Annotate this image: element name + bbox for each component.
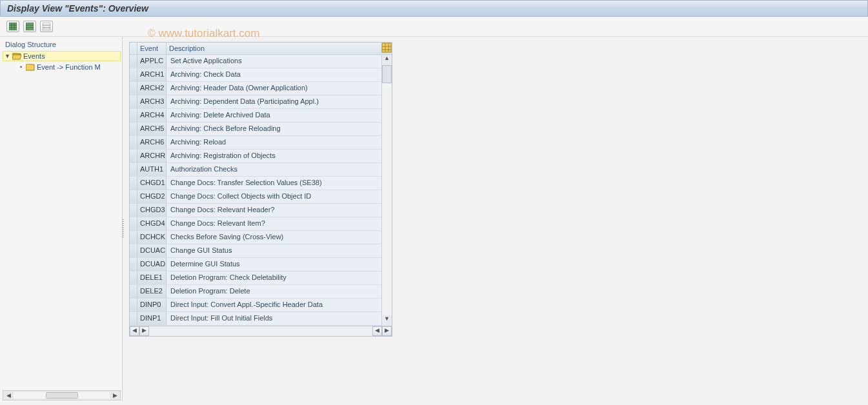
cell-event: ARCH5 [137, 123, 167, 135]
table-row[interactable]: AUTH1Authorization Checks [130, 163, 381, 177]
row-selector[interactable] [130, 109, 137, 122]
svg-rect-8 [43, 23, 50, 30]
table-icon [43, 23, 50, 30]
cell-description: Direct Input: Fill Out Initial Fields [167, 312, 381, 325]
table-row[interactable]: ARCH3Archiving: Dependent Data (Particip… [130, 95, 381, 109]
table-row[interactable]: ARCH4Archiving: Delete Archived Data [130, 109, 381, 123]
cell-event: ARCHR [137, 150, 167, 163]
cell-description: Direct Input: Convert Appl.-Specific Hea… [167, 299, 381, 311]
cell-description: Change Docs: Collect Objects with Object… [167, 190, 381, 203]
row-selector[interactable] [130, 136, 137, 149]
table-row[interactable]: DINP0Direct Input: Convert Appl.-Specifi… [130, 299, 381, 312]
cell-description: Archiving: Header Data (Owner Applicatio… [167, 82, 381, 95]
row-selector[interactable] [130, 299, 137, 311]
table-row[interactable]: ARCHRArchiving: Registration of Objects [130, 150, 381, 163]
column-header-event[interactable]: Event [137, 43, 167, 54]
table-row[interactable]: DCUADDetermine GUI Status [130, 258, 381, 272]
cell-description: Change Docs: Relevant Header? [167, 204, 381, 217]
table-row[interactable]: ARCH5Archiving: Check Before Reloading [130, 123, 381, 136]
cell-description: Change Docs: Transfer Selection Values (… [167, 177, 381, 190]
row-selector[interactable] [130, 258, 137, 271]
row-selector[interactable] [130, 123, 137, 135]
scroll-thumb[interactable] [382, 65, 392, 83]
toolbar-btn-1[interactable] [6, 21, 19, 32]
cell-description: Archiving: Dependent Data (Participating… [167, 95, 381, 108]
table-row[interactable]: DCHCKChecks Before Saving (Cross-View) [130, 231, 381, 244]
cell-event: APPLC [137, 55, 167, 68]
scroll-right-icon[interactable]: ▶ [139, 326, 149, 336]
row-selector[interactable] [130, 272, 137, 284]
tree-node-events[interactable]: ▼ Events [3, 51, 121, 61]
vertical-scrollbar[interactable]: ▲ ▼ [381, 55, 392, 326]
row-selector[interactable] [130, 217, 137, 230]
row-selector[interactable] [130, 312, 137, 325]
table-settings-button[interactable] [381, 43, 392, 53]
column-header-description-label: Description [169, 44, 205, 52]
cell-event: DINP1 [137, 312, 167, 325]
table-row[interactable]: APPLCSet Active Applications [130, 55, 381, 68]
toolbar-btn-2[interactable] [23, 21, 36, 32]
scroll-thumb[interactable] [46, 392, 78, 399]
scroll-right-icon[interactable]: ▶ [382, 326, 392, 336]
events-table: Event Description APPLCSet Active Applic… [129, 42, 392, 337]
table-row[interactable]: CHGD4Change Docs: Relevant Item? [130, 217, 381, 231]
table-row[interactable]: ARCH2Archiving: Header Data (Owner Appli… [130, 82, 381, 95]
row-selector[interactable] [130, 82, 137, 95]
row-selector[interactable] [130, 55, 137, 68]
table-row[interactable]: DCUACChange GUI Status [130, 244, 381, 258]
cell-event: CHGD2 [137, 190, 167, 203]
cell-description: Change Docs: Relevant Item? [167, 217, 381, 230]
cell-description: Archiving: Reload [167, 136, 381, 149]
cell-event: ARCH2 [137, 82, 167, 95]
tree-node-event-function[interactable]: • Event -> Function M [17, 63, 121, 72]
cell-description: Archiving: Check Before Reloading [167, 123, 381, 135]
table-row[interactable]: CHGD3Change Docs: Relevant Header? [130, 204, 381, 217]
svg-rect-5 [26, 23, 34, 30]
row-selector[interactable] [130, 177, 137, 190]
scroll-left-icon[interactable]: ◀ [130, 326, 139, 336]
expand-icon[interactable]: ▼ [5, 53, 10, 59]
row-selector[interactable] [130, 163, 137, 176]
cell-description: Authorization Checks [167, 163, 381, 176]
folder-icon [26, 64, 35, 71]
table-settings-icon [381, 43, 392, 53]
table-row[interactable]: ARCH1Archiving: Check Data [130, 68, 381, 82]
row-selector[interactable] [130, 190, 137, 203]
row-selector[interactable] [130, 95, 137, 108]
table-row[interactable]: ARCH6Archiving: Reload [130, 136, 381, 150]
row-selector[interactable] [130, 231, 137, 244]
table-row[interactable]: DELE1Deletion Program: Check Deletabilit… [130, 272, 381, 285]
svg-rect-11 [382, 43, 391, 52]
tree-label: Event -> Function M [37, 63, 101, 71]
scroll-down-icon[interactable]: ▼ [382, 315, 392, 326]
table-row[interactable]: CHGD1Change Docs: Transfer Selection Val… [130, 177, 381, 190]
row-selector[interactable] [130, 68, 137, 81]
scroll-right-icon[interactable]: ▶ [110, 392, 120, 399]
scroll-track[interactable] [382, 83, 392, 315]
select-all-column[interactable] [130, 43, 137, 54]
table-row[interactable]: CHGD2Change Docs: Collect Objects with O… [130, 190, 381, 204]
cell-event: DCUAD [137, 258, 167, 271]
leaf-bullet-icon: • [18, 64, 24, 70]
sidebar: Dialog Structure ▼ Events • Event -> Fun… [0, 37, 123, 402]
toolbar [0, 17, 868, 37]
scroll-left-icon[interactable]: ◀ [372, 326, 382, 336]
table-row[interactable]: DELE2Deletion Program: Delete [130, 285, 381, 299]
table-row[interactable]: DINP1Direct Input: Fill Out Initial Fiel… [130, 312, 381, 326]
scroll-left-icon[interactable]: ◀ [3, 392, 14, 399]
cell-event: DCHCK [137, 231, 167, 244]
toolbar-btn-3[interactable] [40, 21, 53, 32]
row-selector[interactable] [130, 244, 137, 257]
sidebar-horizontal-scrollbar[interactable]: ◀ ▶ [3, 390, 121, 400]
scroll-up-icon[interactable]: ▲ [382, 55, 392, 65]
column-header-description[interactable]: Description [167, 43, 381, 54]
row-selector[interactable] [130, 150, 137, 163]
row-selector[interactable] [130, 285, 137, 298]
content-area: Event Description APPLCSet Active Applic… [123, 37, 868, 402]
cell-event: DCUAC [137, 244, 167, 257]
cell-event: ARCH6 [137, 136, 167, 149]
cell-event: ARCH3 [137, 95, 167, 108]
cell-description: Change GUI Status [167, 244, 381, 257]
row-selector[interactable] [130, 204, 137, 217]
cell-description: Determine GUI Status [167, 258, 381, 271]
